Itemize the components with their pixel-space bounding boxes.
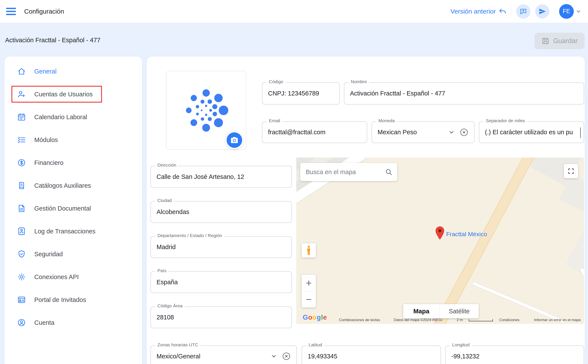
sidebar-label: Catálogos Auxiliares	[34, 182, 91, 189]
avatar: FE	[559, 4, 574, 19]
sidebar-label: Cuenta	[34, 319, 55, 326]
sidebar-item-general[interactable]: General	[5, 60, 142, 83]
book-icon	[17, 181, 26, 190]
map-report-error-link[interactable]: Informar un error en el mapa	[534, 318, 581, 322]
longitud-field[interactable]: Longitud -99,13232	[445, 345, 584, 364]
sidebar-label: Calendario Laboral	[34, 114, 87, 121]
separador-miles-value: (.) El carácter utilizado es un pu	[485, 129, 573, 136]
map-type-map-button[interactable]: Mapa	[403, 304, 439, 318]
undo-icon	[499, 7, 507, 15]
previous-version-link[interactable]: Versión anterior	[451, 7, 507, 15]
map-keyboard-shortcuts-link[interactable]: Combinaciones de teclas	[339, 318, 380, 322]
fullscreen-button[interactable]	[564, 164, 578, 178]
sidebar-label: General	[34, 68, 57, 75]
map-marker-fracttal-mexico[interactable]: Fracttal México	[435, 226, 487, 240]
codigo-label: Código	[267, 79, 286, 84]
hamburger-menu-icon[interactable]	[6, 8, 16, 15]
zona-horaria-value: Mexico/General	[157, 353, 200, 360]
map-search-box[interactable]: Busca en el mapa	[300, 163, 397, 181]
document-icon	[17, 204, 26, 213]
direccion-field[interactable]: Dirección Calle de San José Artesano, 12	[150, 166, 292, 188]
previous-version-label: Versión anterior	[451, 8, 496, 15]
map-scale-label: 2 m	[457, 318, 463, 322]
quick-send-button[interactable]	[535, 4, 549, 19]
departamento-value: Madrid	[157, 244, 176, 251]
nombre-value: Activación Fracttal - Español - 477	[350, 90, 445, 97]
user-menu[interactable]: FE	[559, 4, 581, 19]
sidebar-item-log-de-transacciones[interactable]: Log de Transacciones	[5, 220, 142, 243]
sidebar-label: Conexiones API	[34, 273, 79, 281]
ciudad-field[interactable]: Ciudad Alcobendas	[150, 201, 292, 223]
sidebar-label: Portal de Invitados	[34, 296, 86, 303]
sidebar-item-cuenta[interactable]: Cuenta	[5, 311, 142, 334]
departamento-label: Departamento / Estado / Región	[155, 233, 224, 238]
separador-miles-field[interactable]: Separador de miles (.) El carácter utili…	[479, 121, 584, 143]
map-terms-link[interactable]: Condiciones	[499, 318, 519, 322]
pais-field[interactable]: País España	[150, 271, 292, 293]
zoom-in-button[interactable]: +	[302, 275, 316, 291]
search-icon[interactable]	[385, 168, 392, 176]
sidebar-item-portal-de-invitados[interactable]: Portal de Invitados	[5, 288, 142, 311]
ciudad-value: Alcobendas	[157, 208, 189, 215]
sidebar-item-catalogos-auxiliares[interactable]: Catálogos Auxiliares	[5, 174, 142, 197]
email-field[interactable]: Email fracttal@fracttal.com	[262, 121, 367, 143]
sidebar-item-calendario-laboral[interactable]: Calendario Laboral	[5, 106, 142, 129]
codigo-value: CNPJ: 123456789	[268, 90, 319, 97]
codigo-area-value: 28108	[157, 314, 174, 321]
avatar-initials: FE	[563, 8, 570, 15]
sidebar-item-conexiones-api[interactable]: Conexiones API	[5, 266, 142, 288]
settings-sidebar: General Cuentas de Usuarios Calendario L…	[5, 57, 142, 364]
codigo-field[interactable]: Código CNPJ: 123456789	[262, 82, 340, 104]
gear-icon	[17, 273, 26, 281]
nombre-label: Nombre	[349, 79, 369, 84]
sidebar-item-financiero[interactable]: Financiero	[5, 151, 142, 174]
map-pin-icon	[435, 226, 445, 240]
ciudad-label: Ciudad	[155, 198, 174, 203]
latitud-field[interactable]: Latitud 19,493345	[302, 345, 441, 364]
map-road-main	[434, 157, 534, 324]
sidebar-item-modulos[interactable]: Módulos	[5, 129, 142, 151]
ai-assistant-button[interactable]	[516, 4, 530, 19]
zoom-out-button[interactable]: −	[302, 291, 316, 308]
moneda-label: Moneda	[376, 118, 397, 123]
save-button[interactable]: Guardar	[535, 33, 585, 49]
dollar-icon	[17, 158, 26, 167]
zoom-control: + −	[302, 275, 316, 307]
save-label: Guardar	[553, 37, 578, 45]
google-map[interactable]: Busca en el mapa + − Fracttal Méx	[296, 157, 584, 324]
chevron-down-icon[interactable]	[271, 353, 277, 359]
zona-horaria-label: Zonas horarias UTC	[155, 342, 200, 347]
map-marker-label: Fracttal México	[446, 231, 487, 238]
sidebar-label: Seguridad	[34, 251, 63, 258]
codigo-area-field[interactable]: Código Área 28108	[150, 306, 292, 328]
sidebar-item-seguridad[interactable]: Seguridad	[5, 243, 142, 266]
longitud-value: -99,13232	[451, 353, 480, 360]
zona-horaria-select[interactable]: Zonas horarias UTC Mexico/General	[150, 345, 297, 364]
company-logo	[178, 82, 234, 138]
change-photo-button[interactable]	[225, 131, 243, 149]
nombre-field[interactable]: Nombre Activación Fracttal - Español - 4…	[344, 82, 584, 104]
clear-icon[interactable]	[459, 128, 469, 137]
clear-icon[interactable]	[282, 352, 291, 361]
latitud-value: 19,493345	[308, 353, 337, 360]
transaction-log-icon	[17, 227, 26, 236]
map-type-satellite-button[interactable]: Satélite	[439, 304, 479, 318]
camera-icon	[230, 136, 239, 145]
latitud-label: Latitud	[306, 342, 324, 347]
google-logo[interactable]: Google	[303, 314, 327, 321]
chevron-down-icon	[575, 8, 581, 14]
map-scale-bar	[469, 319, 493, 321]
map-data-attribution: Datos del mapa ©2024 INEGI	[394, 318, 442, 322]
sidebar-item-gestion-documental[interactable]: Gestión Documental	[5, 197, 142, 220]
map-type-control: Mapa Satélite	[403, 304, 479, 318]
departamento-field[interactable]: Departamento / Estado / Región Madrid	[150, 236, 292, 258]
codigo-area-label: Código Área	[155, 303, 185, 308]
moneda-select[interactable]: Moneda Mexican Peso	[372, 121, 475, 143]
sidebar-label: Gestión Documental	[34, 205, 91, 212]
annotation-highlight-box	[11, 86, 102, 103]
paper-plane-icon	[539, 8, 546, 15]
entity-name: Activación Fracttal - Español - 477	[5, 37, 100, 44]
street-view-pegman-button[interactable]	[302, 243, 316, 258]
save-icon	[542, 37, 550, 45]
chevron-down-icon[interactable]	[448, 129, 455, 136]
